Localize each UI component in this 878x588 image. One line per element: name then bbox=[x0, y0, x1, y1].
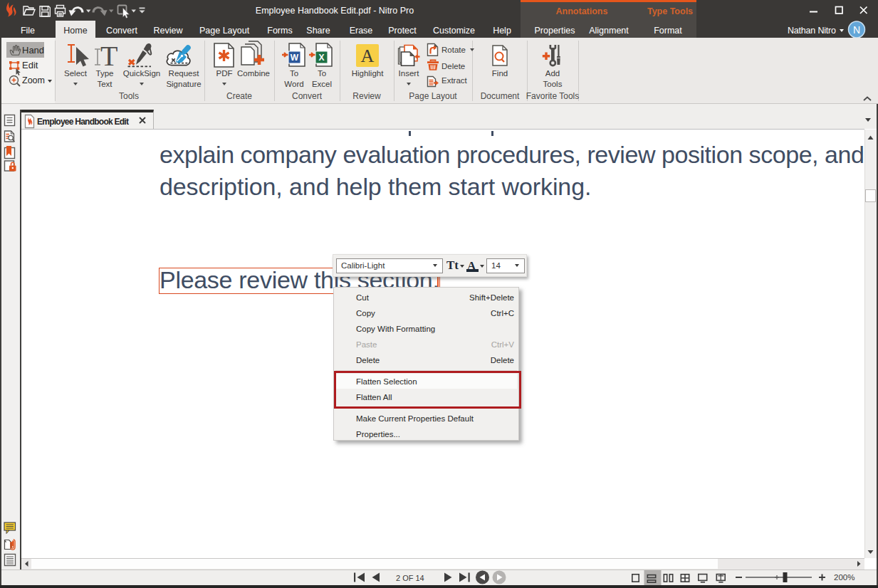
svg-text:A: A bbox=[361, 46, 375, 66]
svg-text:W: W bbox=[291, 53, 299, 63]
svg-text:N: N bbox=[853, 24, 860, 36]
svg-text:T: T bbox=[100, 40, 117, 72]
svg-text:X: X bbox=[318, 53, 324, 63]
